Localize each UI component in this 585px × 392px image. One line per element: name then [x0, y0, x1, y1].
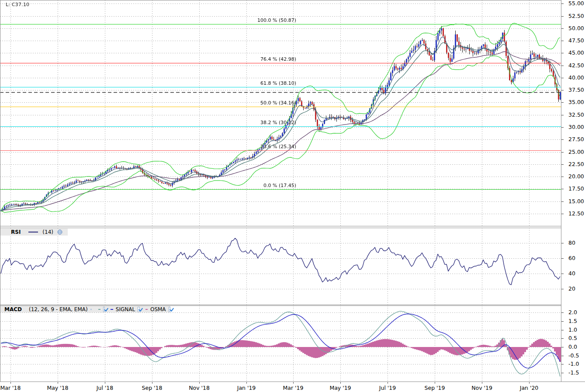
price-tick-label: 45.00 — [568, 49, 584, 56]
rsi-tick-tick — [561, 274, 564, 274]
signal-label: SIGNAL — [116, 306, 135, 312]
macd-tick-tick — [561, 373, 564, 373]
fib-level-label: 0.0 % (17.45) — [209, 183, 296, 188]
price-tick-label: 15.00 — [568, 198, 584, 205]
macd-tick-tick — [561, 321, 564, 322]
macd-panel-bottom-border — [0, 382, 585, 382]
time-tick-label: Nov '19 — [471, 385, 492, 391]
time-tick-label: Sep '19 — [425, 385, 445, 391]
price-tick-tick — [561, 189, 564, 189]
macd-tick-label: 0.5 — [568, 335, 577, 341]
macd-tick-tick — [561, 364, 564, 364]
price-tick-tick — [561, 78, 564, 78]
signal-line-sample — [111, 309, 113, 310]
fib-level-label: 50.0 % (34.16) — [209, 101, 296, 106]
rsi-panel-bottom-border — [0, 305, 561, 305]
price-tick-tick — [561, 28, 564, 29]
price-tick-tick — [561, 90, 564, 90]
time-tick-label: Mar '19 — [283, 385, 304, 391]
rsi-tick-label: 80 — [568, 239, 575, 246]
signal-visibility-checkbox[interactable] — [138, 307, 139, 312]
price-tick-label: 40.00 — [568, 74, 584, 81]
rsi-param: (14) — [42, 229, 53, 235]
macd-canvas[interactable] — [0, 305, 561, 382]
macd-tick-label: 1.0 — [568, 326, 577, 333]
price-tick-label: 20.00 — [568, 173, 584, 180]
time-tick-label: Jul '18 — [97, 385, 113, 391]
price-tick-label: 27.50 — [568, 136, 584, 142]
rsi-line-sample — [28, 232, 38, 232]
price-tick-label: 30.00 — [568, 124, 584, 130]
price-tick-tick — [561, 41, 564, 41]
indicator-settings-globe-icon[interactable] — [57, 229, 62, 235]
price-tick-label: 17.50 — [568, 185, 584, 192]
price-tick-tick — [561, 164, 564, 165]
macd-title: MACD — [4, 306, 22, 312]
price-tick-label: 47.50 — [568, 37, 584, 44]
macd-tick-label: 2.0 — [568, 309, 577, 316]
rsi-canvas[interactable] — [0, 228, 561, 305]
fib-level-label: 23.6 % (25.34) — [209, 144, 296, 149]
price-tick-label: 32.50 — [568, 111, 584, 118]
price-tick-label: 52.50 — [568, 13, 584, 19]
price-chart-canvas[interactable] — [0, 0, 561, 226]
price-tick-tick — [561, 139, 564, 140]
price-tick-tick — [561, 3, 564, 4]
time-tick-label: Jul '19 — [379, 385, 396, 391]
macd-tick-label: -0.5 — [568, 352, 579, 359]
rsi-tick-label: 20 — [568, 285, 575, 292]
macd-tick-tick — [561, 356, 564, 356]
rsi-tick-tick — [561, 243, 564, 243]
price-tick-label: 55.00 — [568, 0, 584, 7]
price-tick-label: 50.00 — [568, 25, 584, 31]
rsi-panel-header: RSI (14) — [0, 229, 68, 236]
price-tick-tick — [561, 127, 564, 128]
price-tick-label: 25.00 — [568, 149, 584, 155]
rsi-tick-tick — [561, 258, 564, 259]
osma-line-sample — [145, 309, 148, 310]
price-tick-tick — [561, 53, 564, 53]
price-tick-tick — [561, 152, 564, 153]
macd-tick-tick — [561, 330, 564, 330]
main-panel-bottom-border — [0, 226, 561, 226]
time-tick-label: May '19 — [329, 385, 351, 391]
macd-tick-label: 1.5 — [568, 318, 577, 324]
macd-tick-label: -1.0 — [568, 361, 579, 367]
price-tick-label: 37.50 — [568, 87, 584, 93]
macd-line-sample — [98, 309, 100, 310]
indicator-settings-globe-icon[interactable] — [90, 307, 92, 312]
price-tick-tick — [561, 177, 564, 177]
price-axis[interactable]: 55.0052.5050.0047.5045.0042.5040.0037.50… — [561, 0, 585, 382]
macd-panel-header: MACD (12, 26, 9 - EMA, EMA) SIGNAL OSMA — [0, 306, 170, 312]
left-border — [0, 0, 0, 382]
rsi-tick-tick — [561, 289, 564, 289]
price-tick-label: 12.50 — [568, 210, 584, 217]
time-tick-label: Mar '18 — [0, 385, 21, 391]
fib-level-label: 38.2 % (30.22) — [209, 120, 296, 125]
price-tick-tick — [561, 214, 564, 214]
time-axis[interactable]: Mar '18May '18Jul '18Sep '18Nov '18Jan '… — [0, 382, 585, 392]
macd-tick-tick — [561, 338, 564, 339]
macd-tick-tick — [561, 312, 564, 313]
rsi-tick-label: 40 — [568, 270, 575, 277]
fib-level-label: 100.0 % (50.87) — [209, 18, 296, 23]
macd-tick-tick — [561, 347, 564, 347]
macd-tick-label: -1.5 — [568, 369, 579, 376]
osma-visibility-checkbox[interactable] — [169, 307, 170, 312]
time-tick-label: Nov '18 — [189, 385, 210, 391]
fib-level-label: 61.8 % (38.10) — [209, 81, 296, 86]
macd-tick-label: 0.0 — [568, 343, 577, 350]
macd-param: (12, 26, 9 - EMA, EMA) — [29, 306, 88, 312]
fib-level-label: 76.4 % (42.98) — [209, 57, 296, 62]
price-tick-tick — [561, 66, 564, 66]
trading-chart-app: L: C37.10 100.0 % (50.87)76.4 % (42.98)6… — [0, 0, 585, 392]
last-price-label: L: C37.10 — [6, 2, 29, 7]
macd-panel-top-border — [0, 305, 561, 306]
time-tick-label: Jan '20 — [520, 385, 539, 391]
macd-visibility-checkbox[interactable] — [103, 307, 105, 312]
price-tick-label: 35.00 — [568, 99, 584, 105]
time-tick-label: May '18 — [47, 385, 68, 391]
price-tick-label: 22.50 — [568, 161, 584, 167]
rsi-title: RSI — [11, 229, 21, 235]
osma-label: OSMA — [150, 306, 166, 312]
